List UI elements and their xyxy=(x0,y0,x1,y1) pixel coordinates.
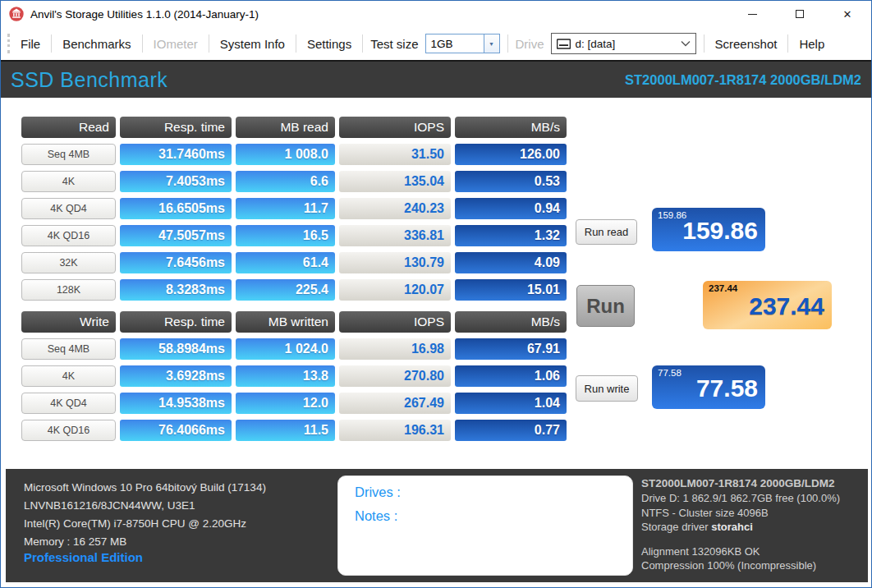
total-score-small: 237.44 xyxy=(709,283,737,293)
spacer xyxy=(641,535,840,544)
table-header-cell: IOPS xyxy=(339,311,451,333)
row-label: 4K QD4 xyxy=(21,198,116,219)
row-label: 4K QD4 xyxy=(21,393,116,414)
storage-driver-value: storahci xyxy=(711,521,753,533)
drive-select[interactable]: d: [data] xyxy=(551,33,696,54)
mbs-cell: 4.09 xyxy=(455,252,567,273)
mbs-cell: 1.06 xyxy=(455,365,567,387)
total-score-value: 237.44 xyxy=(749,292,824,320)
resp-time-cell: 7.4053ms xyxy=(120,171,232,192)
mbs-cell: 15.01 xyxy=(455,279,567,301)
iops-cell: 267.49 xyxy=(339,393,451,414)
read-score-box: 159.86 159.86 xyxy=(652,208,765,251)
close-icon: ✕ xyxy=(843,8,852,21)
os-line: Microsoft Windows 10 Pro 64bitový Build … xyxy=(24,479,266,497)
row-label: 32K xyxy=(21,252,116,273)
main-area: ReadResp. timeMB readIOPSMB/sSeq 4MB31.7… xyxy=(1,98,871,469)
resp-time-cell: 47.5057ms xyxy=(120,225,232,246)
menu-separator xyxy=(209,34,209,53)
menu-help[interactable]: Help xyxy=(796,37,828,51)
drives-label: Drives : xyxy=(355,485,632,500)
close-button[interactable]: ✕ xyxy=(824,1,871,27)
mb-cell: 12.0 xyxy=(236,393,335,414)
toolbar-grip[interactable] xyxy=(7,34,10,53)
resp-time-cell: 16.6505ms xyxy=(120,198,232,219)
menu-separator xyxy=(704,34,704,53)
machine-line: LNVNB161216/8JCN44WW, U3E1 xyxy=(24,497,266,515)
mb-cell: 1 008.0 xyxy=(236,144,335,165)
iops-cell: 130.79 xyxy=(339,252,451,273)
menu-benchmarks[interactable]: Benchmarks xyxy=(59,37,134,51)
drive-info-block: ST2000LM007-1R8174 2000GB/LDM2 Drive D: … xyxy=(641,475,840,573)
drive-fs-line: NTFS - Cluster size 4096B xyxy=(641,506,840,521)
resp-time-cell: 7.6456ms xyxy=(120,252,232,273)
mb-cell: 16.5 xyxy=(236,225,335,246)
drive-icon xyxy=(557,39,571,49)
table-header-cell: Write xyxy=(21,311,116,333)
chevron-down-icon xyxy=(681,40,691,47)
row-label: 4K xyxy=(21,365,116,387)
window-title: Anvil's Storage Utilities 1.1.0 (2014-Ja… xyxy=(30,8,259,21)
table-header-cell: MB written xyxy=(236,311,335,333)
row-label: Seq 4MB xyxy=(21,144,116,165)
window-controls: ✕ xyxy=(728,1,871,27)
row-label: 4K QD16 xyxy=(21,225,116,246)
row-label: 128K xyxy=(21,279,116,301)
app-window: Anvil's Storage Utilities 1.1.0 (2014-Ja… xyxy=(0,0,872,588)
menu-separator xyxy=(507,34,508,53)
table-header-cell: Read xyxy=(21,117,116,138)
minimize-icon xyxy=(748,14,757,15)
run-read-button[interactable]: Run read xyxy=(576,219,637,245)
benchmark-header-band: SSD Benchmark ST2000LM007-1R8174 2000GB/… xyxy=(1,60,871,98)
menu-system-info[interactable]: System Info xyxy=(217,37,288,51)
mb-cell: 13.8 xyxy=(236,365,335,387)
menu-separator xyxy=(142,34,143,53)
menu-separator xyxy=(787,34,788,53)
mbs-cell: 0.53 xyxy=(455,171,567,192)
app-logo-icon xyxy=(9,7,24,21)
mbs-cell: 126.00 xyxy=(455,144,567,165)
iops-cell: 16.98 xyxy=(339,338,451,360)
drive-info-title: ST2000LM007-1R8174 2000GB/LDM2 xyxy=(641,475,840,491)
test-size-label: Test size xyxy=(370,37,418,51)
menu-screenshot[interactable]: Screenshot xyxy=(712,37,781,51)
test-size-select[interactable]: 1GB xyxy=(425,34,484,53)
read-results-table: ReadResp. timeMB readIOPSMB/sSeq 4MB31.7… xyxy=(21,117,567,301)
page-title: SSD Benchmark xyxy=(11,68,168,92)
row-label: 4K QD16 xyxy=(21,420,116,441)
write-score-box: 77.58 77.58 xyxy=(652,365,765,409)
mb-cell: 11.5 xyxy=(236,420,335,441)
alignment-line: Alignment 132096KB OK xyxy=(641,544,840,559)
minimize-button[interactable] xyxy=(728,1,776,27)
menu-separator xyxy=(296,34,296,53)
table-header-cell: IOPS xyxy=(339,117,451,138)
drives-notes-box[interactable]: Drives : Notes : xyxy=(337,475,633,576)
row-label: 4K xyxy=(21,171,116,192)
maximize-button[interactable] xyxy=(776,1,824,27)
mbs-cell: 1.32 xyxy=(455,225,567,246)
table-header-cell: MB read xyxy=(236,117,335,138)
edition-label: Professional Edition xyxy=(24,550,143,564)
mb-cell: 6.6 xyxy=(236,171,335,192)
mb-cell: 1 024.0 xyxy=(236,338,335,360)
cpu-line: Intel(R) Core(TM) i7-8750H CPU @ 2.20GHz xyxy=(24,515,266,533)
iops-cell: 135.04 xyxy=(339,171,451,192)
menu-file[interactable]: File xyxy=(17,37,44,51)
write-score-small: 77.58 xyxy=(658,368,682,378)
maximize-icon xyxy=(796,10,804,18)
test-size-dropdown-button[interactable]: ▼ xyxy=(484,34,500,53)
iops-cell: 31.50 xyxy=(339,144,451,165)
resp-time-cell: 3.6928ms xyxy=(120,365,232,387)
compression-line: Compression 100% (Incompressible) xyxy=(641,558,840,573)
device-name: ST2000LM007-1R8174 2000GB/LDM2 xyxy=(625,72,861,88)
run-write-button[interactable]: Run write xyxy=(576,375,638,402)
run-button[interactable]: Run xyxy=(576,285,635,327)
drive-select-value: d: [data] xyxy=(576,38,616,50)
menu-separator xyxy=(51,34,52,53)
table-header-cell: Resp. time xyxy=(120,311,232,333)
notes-label: Notes : xyxy=(355,508,632,524)
menu-settings[interactable]: Settings xyxy=(304,37,355,51)
mbs-cell: 1.04 xyxy=(455,393,567,414)
title-bar: Anvil's Storage Utilities 1.1.0 (2014-Ja… xyxy=(1,1,871,27)
iops-cell: 120.07 xyxy=(339,279,451,301)
